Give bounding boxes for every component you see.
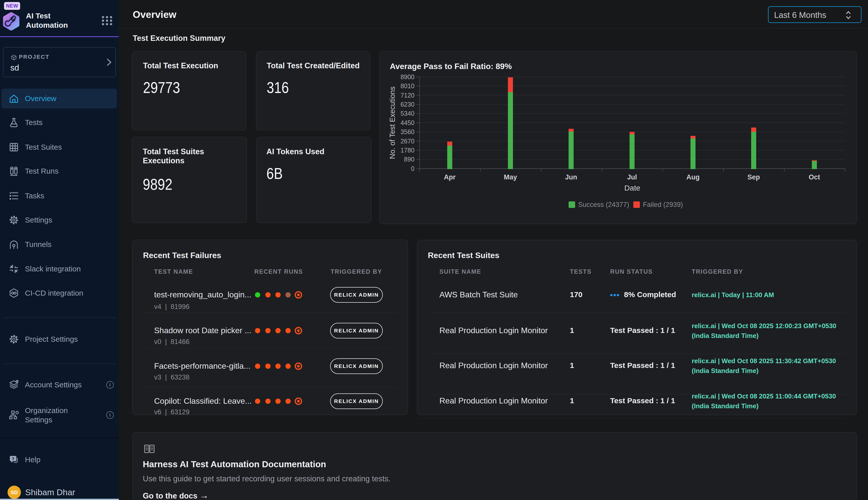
svg-text:?: ? <box>12 457 14 462</box>
svg-text:5340: 5340 <box>400 110 414 117</box>
svg-text:Jun: Jun <box>565 173 577 181</box>
svg-text:Apr: Apr <box>444 173 456 181</box>
svg-text:Success (24377): Success (24377) <box>578 201 629 208</box>
svg-text:2670: 2670 <box>400 138 414 145</box>
svg-text:Jul: Jul <box>627 173 637 181</box>
svg-text:1780: 1780 <box>400 147 414 154</box>
svg-text:8010: 8010 <box>400 82 414 90</box>
svg-text:Oct: Oct <box>809 173 820 181</box>
svg-text:Sep: Sep <box>747 173 760 181</box>
svg-text:Average Pass to Fail Ratio: 89: Average Pass to Fail Ratio: 89% <box>390 62 512 71</box>
svg-text:Date: Date <box>624 184 640 192</box>
svg-text:0: 0 <box>411 165 414 172</box>
svg-text:8900: 8900 <box>400 73 414 80</box>
svg-text:6230: 6230 <box>400 101 414 108</box>
svg-text:890: 890 <box>404 156 414 163</box>
svg-text:May: May <box>504 173 517 181</box>
svg-text:3560: 3560 <box>400 128 414 135</box>
svg-text:No. of Test Executions: No. of Test Executions <box>388 87 396 159</box>
svg-text:Aug: Aug <box>687 173 700 181</box>
svg-text:7120: 7120 <box>400 92 414 99</box>
svg-text:4450: 4450 <box>400 119 414 126</box>
svg-text:Failed (2939): Failed (2939) <box>643 201 683 208</box>
